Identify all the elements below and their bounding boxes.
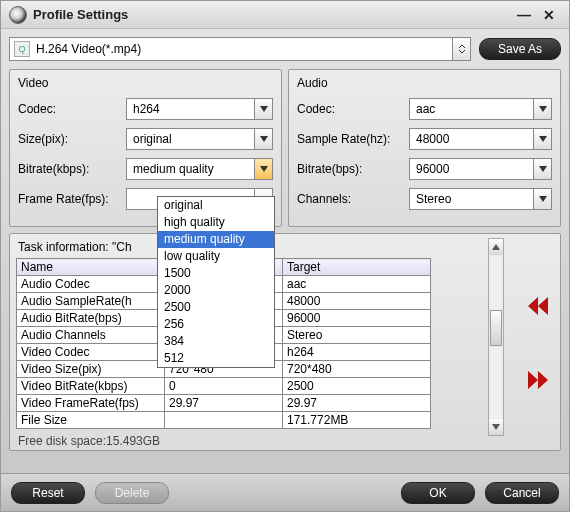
delete-button[interactable]: Delete — [95, 482, 169, 504]
scroll-track[interactable] — [490, 256, 502, 418]
chevron-down-icon[interactable] — [254, 99, 272, 119]
dropdown-option[interactable]: 512 — [158, 350, 274, 367]
task-info-label: Task information: "Ch — [18, 240, 554, 254]
cancel-button[interactable]: Cancel — [485, 482, 559, 504]
table-row[interactable]: File Size171.772MB — [17, 412, 431, 429]
dropdown-option[interactable]: high quality — [158, 214, 274, 231]
audio-bitrate-label: Bitrate(bps): — [297, 162, 409, 176]
video-size-select[interactable]: original — [126, 128, 273, 150]
chevron-down-icon[interactable] — [533, 189, 551, 209]
chevron-down-icon[interactable] — [533, 159, 551, 179]
video-bitrate-dropdown[interactable]: original high quality medium quality low… — [157, 196, 275, 368]
task-panel: Task information: "Ch Name Target Audio … — [9, 233, 561, 451]
content: Q H.264 Video(*.mp4) Save As Video Codec… — [1, 29, 569, 451]
scrollbar[interactable] — [488, 238, 504, 436]
mp4-icon: Q — [14, 41, 30, 57]
video-codec-value: h264 — [127, 99, 254, 119]
video-bitrate-value: medium quality — [127, 159, 254, 179]
ok-button[interactable]: OK — [401, 482, 475, 504]
video-bitrate-label: Bitrate(kbps): — [18, 162, 126, 176]
video-size-value: original — [127, 129, 254, 149]
close-button[interactable]: ✕ — [537, 7, 561, 23]
audio-sr-value: 48000 — [410, 129, 533, 149]
minimize-button[interactable]: — — [511, 7, 537, 23]
audio-ch-select[interactable]: Stereo — [409, 188, 552, 210]
audio-codec-label: Codec: — [297, 102, 409, 116]
chevron-down-icon[interactable] — [254, 129, 272, 149]
window-title: Profile Settings — [33, 7, 128, 22]
video-codec-label: Codec: — [18, 102, 126, 116]
dropdown-option[interactable]: 384 — [158, 333, 274, 350]
scroll-thumb[interactable] — [490, 310, 502, 346]
table-row[interactable]: Video BitRate(kbps)02500 — [17, 378, 431, 395]
footer: Reset Delete OK Cancel — [1, 473, 569, 511]
scroll-down-button[interactable] — [489, 419, 503, 435]
dropdown-option-selected[interactable]: medium quality — [158, 231, 274, 248]
dropdown-option[interactable]: 2500 — [158, 299, 274, 316]
chevron-updown-icon[interactable] — [452, 38, 470, 60]
audio-ch-label: Channels: — [297, 192, 409, 206]
audio-bitrate-select[interactable]: 96000 — [409, 158, 552, 180]
audio-codec-select[interactable]: aac — [409, 98, 552, 120]
dropdown-option[interactable]: original — [158, 197, 274, 214]
titlebar: Profile Settings — ✕ — [1, 1, 569, 29]
profile-select[interactable]: Q H.264 Video(*.mp4) — [9, 37, 471, 61]
chevron-down-icon[interactable] — [533, 129, 551, 149]
save-as-button[interactable]: Save As — [479, 38, 561, 60]
app-icon — [9, 6, 27, 24]
chevron-down-icon[interactable] — [254, 159, 272, 179]
audio-codec-value: aac — [410, 99, 533, 119]
col-target[interactable]: Target — [283, 259, 431, 276]
audio-ch-value: Stereo — [410, 189, 533, 209]
dropdown-option[interactable]: low quality — [158, 248, 274, 265]
table-row[interactable]: Video FrameRate(fps)29.9729.97 — [17, 395, 431, 412]
dropdown-option[interactable]: 2000 — [158, 282, 274, 299]
profile-text: H.264 Video(*.mp4) — [34, 42, 452, 56]
video-codec-select[interactable]: h264 — [126, 98, 273, 120]
scroll-up-button[interactable] — [489, 239, 503, 255]
chevron-down-icon[interactable] — [533, 99, 551, 119]
audio-bitrate-value: 96000 — [410, 159, 533, 179]
video-heading: Video — [18, 76, 273, 90]
dropdown-option[interactable]: 1500 — [158, 265, 274, 282]
col-name[interactable]: Name — [17, 259, 165, 276]
dropdown-option[interactable]: 256 — [158, 316, 274, 333]
reset-button[interactable]: Reset — [11, 482, 85, 504]
audio-sr-label: Sample Rate(hz): — [297, 132, 409, 146]
video-fps-label: Frame Rate(fps): — [18, 192, 126, 206]
audio-panel: Audio Codec: aac Sample Rate(hz): 48000 … — [288, 69, 561, 227]
audio-heading: Audio — [297, 76, 552, 90]
audio-sr-select[interactable]: 48000 — [409, 128, 552, 150]
video-bitrate-select[interactable]: medium quality — [126, 158, 273, 180]
video-size-label: Size(pix): — [18, 132, 126, 146]
prev-task-button[interactable] — [524, 294, 552, 318]
next-task-button[interactable] — [524, 368, 552, 392]
free-disk-label: Free disk space:15.493GB — [18, 434, 160, 448]
